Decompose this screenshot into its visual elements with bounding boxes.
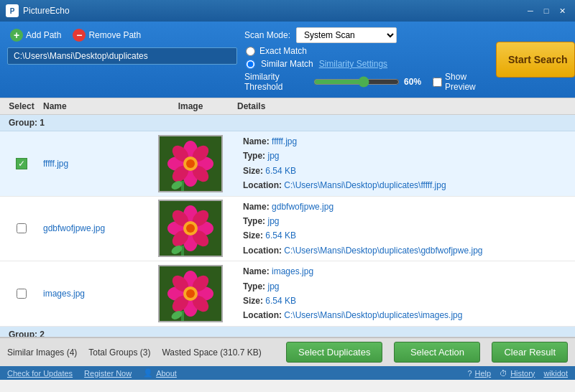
similar-images-status: Similar Images (4) <box>7 347 77 358</box>
detail-type-value-2: jpg <box>267 216 279 226</box>
check-updates-link[interactable]: Check for Updates <box>7 369 73 378</box>
toolbar: + Add Path − Remove Path Scan Mode: Syst… <box>0 22 575 98</box>
similarity-threshold-label: Similarity Threshold <box>244 72 308 92</box>
svg-point-39 <box>186 289 195 298</box>
about-link[interactable]: About <box>156 369 177 378</box>
cell-image-3 <box>144 262 237 325</box>
detail-loc-value-1: C:\Users\Mansi\Desktop\duplicates\fffff.… <box>284 180 446 190</box>
add-path-label: Add Path <box>26 30 61 40</box>
cell-select-1[interactable]: ✓ <box>0 158 43 169</box>
detail-type-3: Type: jpg <box>243 279 569 294</box>
checkbox-2[interactable] <box>17 223 27 233</box>
similarity-slider[interactable] <box>313 76 400 88</box>
detail-type-1: Type: jpg <box>243 149 569 163</box>
remove-path-label: Remove Path <box>88 30 141 40</box>
file-name-3: images.jpg <box>43 289 85 299</box>
cell-select-3[interactable] <box>0 289 43 299</box>
show-preview-container: Show Preview <box>433 72 489 92</box>
titlebar-controls: ─ □ ✕ <box>523 5 569 17</box>
history-link[interactable]: History <box>510 369 535 378</box>
remove-path-button[interactable]: − Remove Path <box>70 27 144 43</box>
minus-icon: − <box>73 29 86 42</box>
cell-select-2[interactable] <box>0 223 43 233</box>
titlebar: P PictureEcho ─ □ ✕ <box>0 0 575 22</box>
wasted-space-label: Wasted Space (310.7 KB) <box>162 347 261 358</box>
detail-name-value-2: gdbfwofjpwe.jpg <box>272 202 334 212</box>
checkbox-3[interactable] <box>17 289 27 299</box>
show-preview-label[interactable]: Show Preview <box>445 72 489 92</box>
status-bar: Similar Images (4) Total Groups (3) Wast… <box>0 337 575 366</box>
flower-svg-1 <box>160 136 221 191</box>
total-groups-label: Total Groups (3) <box>88 347 150 358</box>
detail-size-3: Size: 6.54 KB <box>243 294 569 308</box>
flower-svg-2 <box>160 201 221 256</box>
exact-match-radio[interactable] <box>246 47 255 56</box>
cell-details-1: Name: fffff.jpg Type: jpg Size: 6.54 KB … <box>237 131 575 196</box>
table-row: gdbfwofjpwe.jpg <box>0 197 575 262</box>
help-link[interactable]: Help <box>475 369 492 378</box>
flower-svg-3 <box>160 266 221 321</box>
cell-details-2: Name: gdbfwofjpwe.jpg Type: jpg Size: 6.… <box>237 197 575 261</box>
detail-name-2: Name: gdbfwofjpwe.jpg <box>243 200 569 214</box>
detail-name-value-1: fffff.jpg <box>272 136 297 146</box>
detail-loc-1: Location: C:\Users\Mansi\Desktop\duplica… <box>243 178 569 192</box>
col-header-name: Name <box>43 101 144 111</box>
help-icon: ? <box>467 369 472 378</box>
footer-right: ? Help ⏱ History wikidot <box>467 369 568 378</box>
cell-name-3: images.jpg <box>43 286 144 302</box>
select-duplicates-button[interactable]: Select Duplicates <box>286 342 382 363</box>
person-icon: 👤 <box>143 368 153 378</box>
toolbar-buttons: + Add Path − Remove Path <box>7 27 237 43</box>
detail-size-2: Size: 6.54 KB <box>243 228 569 243</box>
minimize-button[interactable]: ─ <box>523 5 538 17</box>
group-header-2: Group: 2 <box>0 327 575 337</box>
table-row: ✓ fffff.jpg <box>0 131 575 197</box>
exact-match-row: Exact Match <box>246 46 489 56</box>
maximize-button[interactable]: □ <box>539 5 553 17</box>
select-action-button[interactable]: Select Action <box>394 342 480 363</box>
plus-icon: + <box>10 29 23 42</box>
scan-mode-select[interactable]: System Scan <box>296 27 397 43</box>
thumbnail-3 <box>158 265 223 322</box>
group-label-1: Group: 1 <box>9 118 45 128</box>
similar-images-label: Similar Images (4) <box>7 347 77 358</box>
cell-name-1: fffff.jpg <box>43 156 144 172</box>
path-input[interactable] <box>7 47 237 65</box>
similarity-row: Similarity Threshold 60% Show Preview <box>244 72 489 92</box>
file-name-2: gdbfwofjpwe.jpg <box>43 223 105 233</box>
detail-type-2: Type: jpg <box>243 214 569 228</box>
similar-match-radio[interactable] <box>246 60 255 69</box>
similarity-pct: 60% <box>404 77 421 87</box>
similar-match-label[interactable]: Similar Match <box>261 59 313 69</box>
detail-name-1: Name: fffff.jpg <box>243 134 569 149</box>
detail-loc-2: Location: C:\Users\Mansi\Desktop\duplica… <box>243 243 569 258</box>
detail-loc-value-3: C:\Users\Mansi\Desktop\duplicates\images… <box>284 310 462 320</box>
start-search-button[interactable]: Start Search <box>496 42 575 78</box>
exact-match-label[interactable]: Exact Match <box>259 46 307 56</box>
detail-size-1: Size: 6.54 KB <box>243 164 569 178</box>
file-name-1: fffff.jpg <box>43 159 68 169</box>
scan-mode-label: Scan Mode: <box>244 30 290 40</box>
register-now-link[interactable]: Register Now <box>84 369 132 378</box>
similarity-settings-link[interactable]: Similarity Settings <box>319 59 387 69</box>
thumbnail-2 <box>158 200 223 257</box>
cell-details-3: Name: images.jpg Type: jpg Size: 6.54 KB… <box>237 261 575 326</box>
wasted-space-status: Wasted Space (310.7 KB) <box>162 347 261 358</box>
add-path-button[interactable]: + Add Path <box>7 27 64 43</box>
close-button[interactable]: ✕ <box>555 5 569 17</box>
col-header-image: Image <box>144 101 237 111</box>
clear-result-button[interactable]: Clear Result <box>492 342 568 363</box>
detail-name-value-3: images.jpg <box>272 266 313 276</box>
group-label-2: Group: 2 <box>9 330 45 337</box>
detail-loc-3: Location: C:\Users\Mansi\Desktop\duplica… <box>243 308 569 322</box>
col-header-select: Select <box>0 101 43 111</box>
detail-size-value-1: 6.54 KB <box>265 166 296 176</box>
scan-area: Scan Mode: System Scan Exact Match Simil… <box>244 27 489 92</box>
checkbox-checked-1[interactable]: ✓ <box>16 158 27 169</box>
group-header-1: Group: 1 <box>0 115 575 131</box>
detail-size-value-3: 6.54 KB <box>265 296 296 306</box>
show-preview-checkbox[interactable] <box>433 78 442 87</box>
wikidot-link[interactable]: wikidot <box>543 369 568 378</box>
detail-type-value-1: jpg <box>267 151 279 161</box>
table-header: Select Name Image Details <box>0 98 575 115</box>
